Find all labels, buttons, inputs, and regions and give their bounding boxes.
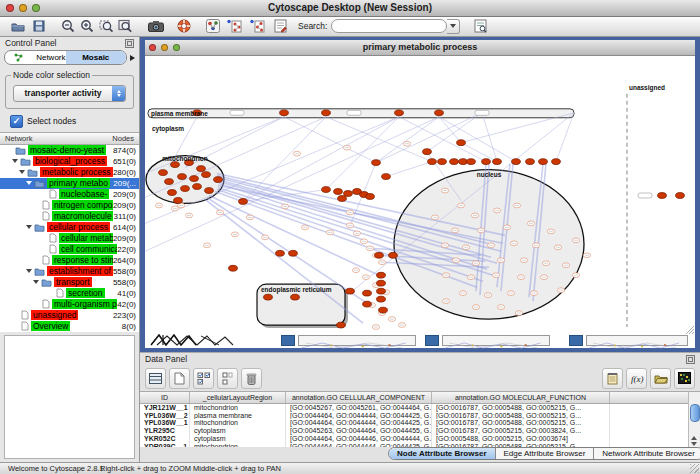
table-cell[interactable]: cytoplasm [190,427,286,435]
tree-item-cellular-process[interactable]: cellular process614(0) [0,222,139,233]
open-session-icon[interactable] [10,18,26,34]
minimized-view-preview[interactable] [442,335,550,346]
import-attributes-folder-icon[interactable] [650,368,671,389]
search-input[interactable] [331,19,447,33]
zoom-selected-region-icon[interactable] [98,18,114,34]
table-cell[interactable]: [GO:0005488, GO:0005215, GO:0003674] [432,435,610,443]
help-lifebuoy-icon[interactable] [176,18,192,34]
new-attribute-icon[interactable] [169,368,190,389]
tree-expander-icon[interactable] [19,170,25,174]
tree-expander-icon[interactable] [26,269,32,273]
table-cell[interactable]: [GO:0016787, GO:0005488, GO:0005215, G..… [432,412,610,420]
attribute-matrix-icon[interactable] [145,368,166,389]
tree-item-nucleobase-[interactable]: nucleobase-209(0) [0,189,139,200]
tree-item-transport[interactable]: transport558(0) [0,277,139,288]
delete-attribute-trash-icon[interactable] [241,368,262,389]
tree-item-metabolic-process[interactable]: metabolic process280(0) [0,167,139,178]
minimized-view-handle[interactable] [425,335,439,346]
table-cell[interactable]: [GO:0016787, GO:0005488, GO:0005215, G..… [432,419,610,427]
table-cell[interactable]: YLR295C [140,427,190,435]
table-cell[interactable]: YPL036W__2 [140,412,190,420]
apply-layout-b-icon[interactable] [249,18,265,34]
table-scrollbar-thumb[interactable] [690,404,700,422]
tree-item-cellular-metabo[interactable]: cellular metabo209(0) [0,233,139,244]
search-dropdown-button[interactable] [447,19,460,34]
tab-edge-attribute-browser[interactable]: Edge Attribute Browser [495,448,594,459]
table-row[interactable]: YPL036W__1mitochondrion[GO:0044464, GO:0… [140,419,700,427]
tree-item-biological-process[interactable]: biological_process651(0) [0,156,139,167]
attribute-table-header[interactable]: ID_cellularLayoutRegionannotation.GO CEL… [140,392,700,404]
network-canvas[interactable]: plasma membranecytoplasmmitochondrionnuc… [145,56,695,334]
tree-item-multi-organism-pro[interactable]: multi-organism pro42(0) [0,299,139,310]
tree-expander-icon[interactable] [26,181,32,185]
tree-expander-icon[interactable] [12,159,18,163]
table-cell[interactable]: [GO:0045263, GO:0044464, GO:0044455, G..… [286,427,432,435]
function-builder-icon[interactable]: f(x) [626,368,647,389]
tab-node-attribute-browser[interactable]: Node Attribute Browser [389,448,495,459]
resize-grip[interactable] [690,464,699,473]
tree-expander-icon[interactable] [26,225,32,229]
select-attributes-icon[interactable] [193,368,214,389]
table-cell[interactable]: [GO:0016787, GO:0005215, GO:0003824, G..… [432,427,610,435]
tab-network[interactable]: Network [5,51,66,64]
column-header-molecular-function[interactable]: annotation.GO MOLECULAR_FUNCTION [432,392,610,403]
unselect-attributes-icon[interactable] [217,368,238,389]
select-nodes-checkbox[interactable]: ✓ [10,115,23,128]
table-cell[interactable]: mitochondrion [190,419,286,427]
attribute-editor-notepad-icon[interactable] [602,368,623,389]
minimized-view-handle[interactable] [281,335,295,346]
table-row[interactable]: YLR295Ccytoplasm[GO:0045263, GO:0044464,… [140,427,700,435]
float-panel-icon[interactable] [125,39,134,48]
table-cell[interactable]: mitochondrion [190,404,286,412]
tree-item-overview[interactable]: Overview8(0) [0,321,139,332]
node-color-dropdown[interactable]: transporter activity [13,85,126,102]
visual-styles-icon[interactable] [205,18,221,34]
table-cell[interactable]: YPL036W__1 [140,419,190,427]
table-cell[interactable]: [GO:0045267, GO:0045261, GO:0044464, G..… [286,404,432,412]
column-header-cellular-component[interactable]: annotation.GO CELLULAR_COMPONENT [286,392,432,403]
table-cell[interactable]: [GO:0044464, GO:0044444, GO:0044425, G..… [286,412,432,420]
tree-item-secretion[interactable]: secretion41(0) [0,288,139,299]
zoom-fit-content-icon[interactable] [117,18,133,34]
column-header-region[interactable]: _cellularLayoutRegion [190,392,286,403]
search-index-icon[interactable] [472,18,488,34]
tree-item-mosaic-demo-yeast[interactable]: mosaic-demo-yeast874(0) [0,145,139,156]
save-session-icon[interactable] [31,18,47,34]
table-scrollbar[interactable] [688,392,700,447]
birds-eye-view[interactable] [4,335,135,459]
table-row[interactable]: YKR052Ccytoplasm[GO:0044464, GO:0044446,… [140,435,700,443]
snapshot-camera-icon[interactable] [148,18,164,34]
tree-item-macromolecule[interactable]: macromolecule311(0) [0,211,139,222]
tree-item-response-to-stimulu[interactable]: response to stimulu264(0) [0,255,139,266]
tree-item-unassigned[interactable]: unassigned223(0) [0,310,139,321]
column-header-id[interactable]: ID [140,392,190,403]
table-cell[interactable]: [GO:0016787, GO:0005488, GO:0005215, G..… [432,404,610,412]
table-cell[interactable]: [GO:0044464, GO:0044444, GO:0044425, G..… [286,419,432,427]
minimized-view-handle[interactable] [569,335,583,346]
zoom-in-icon[interactable] [79,18,95,34]
table-cell[interactable]: YKR052C [140,435,190,443]
attribute-heatmap-icon[interactable] [674,368,695,389]
tree-item-nitrogen-compo[interactable]: nitrogen compo209(0) [0,200,139,211]
tree-item-cell-communicat[interactable]: cell communicat22(0) [0,244,139,255]
network-canvas-svg[interactable]: plasma membranecytoplasmmitochondrionnuc… [145,56,695,334]
scroll-down-icon[interactable] [691,442,697,446]
attribute-table[interactable]: ID_cellularLayoutRegionannotation.GO CEL… [140,391,700,447]
table-cell[interactable]: [GO:0044464, GO:0044446, GO:0044444, G..… [286,435,432,443]
minimized-view-hairball[interactable] [149,332,235,350]
annotations-icon[interactable] [272,18,288,34]
tree-item-primary-metabo[interactable]: primary metabo209(... [0,178,139,189]
apply-layout-a-icon[interactable] [226,18,242,34]
minimized-view-preview[interactable] [586,335,688,346]
minimized-view-preview[interactable] [298,335,416,346]
table-cell[interactable]: plasma membrane [190,412,286,420]
scroll-up-icon[interactable] [691,436,697,440]
tab-network-attribute-browser[interactable]: Network Attribute Browser [593,448,700,459]
zoom-out-icon[interactable] [60,18,76,34]
table-row[interactable]: YJR121W__1mitochondrion[GO:0045267, GO:0… [140,404,700,412]
table-cell[interactable]: YJR121W__1 [140,404,190,412]
table-row[interactable]: YPL036W__2plasma membrane[GO:0044464, GO… [140,412,700,420]
table-cell[interactable]: cytoplasm [190,435,286,443]
tab-mosaic[interactable]: Mosaic [66,51,127,64]
float-data-panel-icon[interactable] [686,355,695,364]
